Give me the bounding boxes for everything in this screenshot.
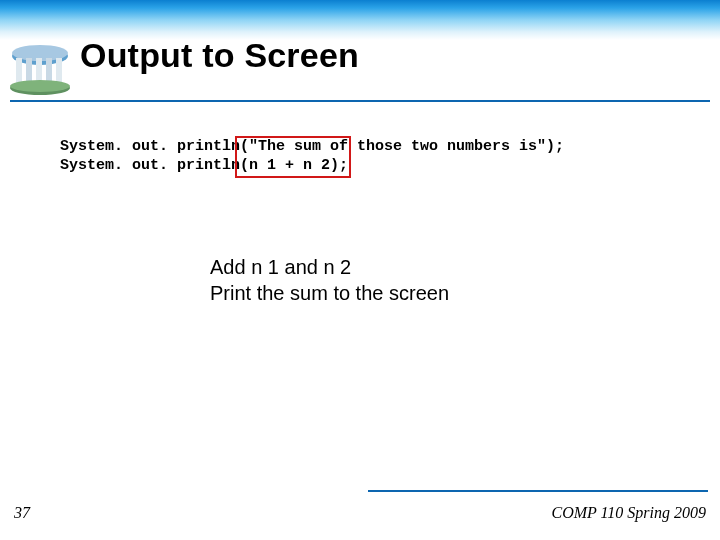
caption-line-2: Print the sum to the screen [210,280,449,306]
footer-course: COMP 110 Spring 2009 [551,504,706,522]
caption-line-1: Add n 1 and n 2 [210,254,449,280]
svg-point-8 [10,80,70,92]
caption-block: Add n 1 and n 2 Print the sum to the scr… [210,254,449,306]
slide-title: Output to Screen [80,36,359,75]
footer-line [368,490,708,492]
title-underline [10,100,710,102]
slide-number: 37 [14,504,30,522]
highlight-box [235,136,351,178]
logo-icon [8,36,72,98]
header-row: Output to Screen [0,38,720,108]
top-banner [0,0,720,40]
